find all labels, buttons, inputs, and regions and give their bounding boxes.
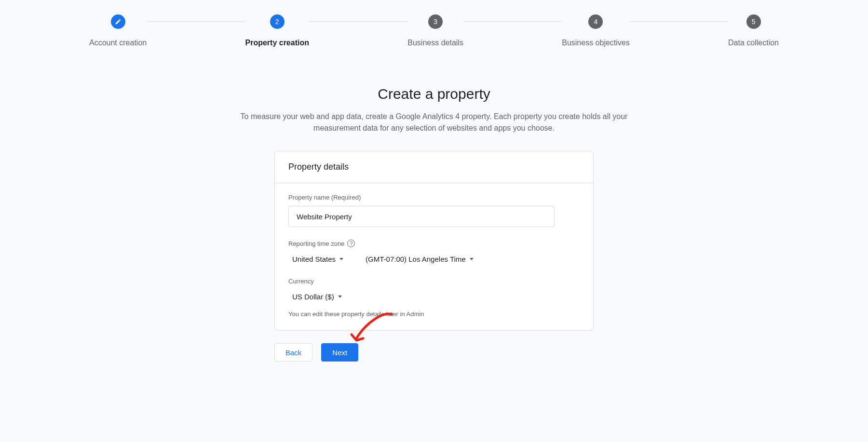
step-label: Business details	[407, 39, 463, 47]
timezone-country-select[interactable]: United States	[288, 252, 347, 266]
timezone-country-value: United States	[292, 255, 336, 263]
chevron-down-icon	[339, 258, 343, 260]
property-details-card: Property details Property name (Required…	[274, 151, 594, 331]
timezone-tz-select[interactable]: (GMT-07:00) Los Angeles Time	[362, 252, 477, 266]
step-circle-current: 2	[270, 14, 285, 29]
help-icon[interactable]: ?	[347, 240, 355, 247]
step-business-details[interactable]: 3 Business details	[407, 14, 463, 47]
step-account-creation[interactable]: Account creation	[89, 14, 147, 47]
step-connector	[147, 21, 245, 22]
step-connector	[630, 21, 728, 22]
page-title: Create a property	[217, 86, 651, 102]
card-body: Property name (Required) Reporting time …	[275, 183, 593, 330]
property-name-input[interactable]	[288, 206, 555, 227]
chevron-down-icon	[470, 258, 474, 260]
button-row: Back Next	[274, 343, 594, 362]
currency-value: US Dollar ($)	[292, 293, 334, 301]
step-label: Account creation	[89, 39, 147, 47]
page-description: To measure your web and app data, create…	[217, 111, 651, 134]
step-data-collection[interactable]: 5 Data collection	[728, 14, 779, 47]
pencil-icon	[115, 18, 122, 25]
next-button[interactable]: Next	[321, 343, 358, 362]
step-label: Property creation	[245, 39, 309, 47]
back-button[interactable]: Back	[274, 343, 312, 362]
timezone-tz-value: (GMT-07:00) Los Angeles Time	[366, 255, 466, 263]
step-label: Data collection	[728, 39, 779, 47]
stepper: Account creation 2 Property creation 3 B…	[89, 14, 779, 47]
hint-text: You can edit these property details late…	[288, 310, 580, 318]
step-circle-todo: 5	[746, 14, 761, 29]
chevron-down-icon	[338, 295, 342, 298]
step-circle-todo: 3	[428, 14, 443, 29]
step-business-objectives[interactable]: 4 Business objectives	[562, 14, 630, 47]
timezone-label: Reporting time zone ?	[288, 240, 580, 247]
page-header: Create a property To measure your web an…	[217, 62, 651, 134]
step-property-creation[interactable]: 2 Property creation	[245, 14, 309, 47]
currency-select[interactable]: US Dollar ($)	[288, 290, 346, 304]
step-circle-done	[111, 14, 125, 29]
step-label: Business objectives	[562, 39, 630, 47]
card-title: Property details	[275, 151, 593, 183]
step-connector	[463, 21, 562, 22]
property-name-label: Property name (Required)	[288, 194, 580, 201]
step-connector	[309, 21, 407, 22]
currency-label: Currency	[288, 278, 580, 285]
timezone-label-text: Reporting time zone	[288, 240, 344, 247]
step-circle-todo: 4	[588, 14, 603, 29]
